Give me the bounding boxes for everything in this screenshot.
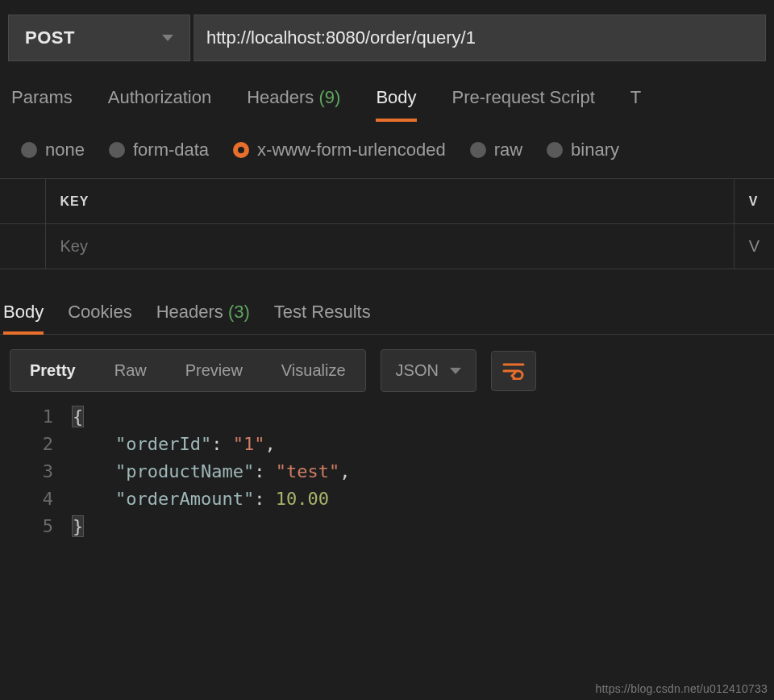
body-type-raw[interactable]: raw	[470, 140, 522, 160]
tab-params[interactable]: Params	[11, 87, 73, 121]
resp-tab-body[interactable]: Body	[3, 297, 44, 334]
view-mode-segment: Pretty Raw Preview Visualize	[10, 349, 366, 392]
view-raw-button[interactable]: Raw	[95, 350, 166, 391]
tab-authorization[interactable]: Authorization	[108, 87, 211, 121]
response-format-select[interactable]: JSON	[381, 349, 476, 392]
tab-body[interactable]: Body	[376, 87, 416, 121]
chevron-down-icon	[162, 35, 173, 41]
body-type-radios: none form-data x-www-form-urlencoded raw…	[0, 122, 774, 178]
response-tabs: Body Cookies Headers (3) Test Results	[0, 297, 774, 334]
response-toolbar: Pretty Raw Preview Visualize JSON	[0, 335, 774, 392]
line-number: 3	[0, 458, 73, 485]
kv-header-row: KEY V	[0, 179, 774, 224]
kv-header-key: KEY	[45, 179, 734, 224]
kv-table: KEY V V	[0, 178, 774, 269]
radio-label: x-www-form-urlencoded	[257, 140, 446, 160]
radio-label: form-data	[133, 140, 209, 160]
line-number: 1	[0, 403, 73, 431]
http-method-select[interactable]: POST	[8, 15, 190, 61]
view-visualize-button[interactable]: Visualize	[262, 350, 365, 391]
resp-tab-headers[interactable]: Headers (3)	[156, 297, 250, 334]
radio-icon	[233, 142, 249, 158]
tab-headers-label: Headers	[247, 87, 314, 107]
chevron-down-icon	[450, 368, 461, 374]
response-format-label: JSON	[396, 361, 439, 380]
radio-icon	[21, 142, 37, 158]
request-row: POST	[0, 0, 774, 61]
line-number: 2	[0, 431, 73, 458]
radio-label: raw	[494, 140, 522, 160]
kv-header-value-trail: V	[734, 179, 774, 224]
radio-label: none	[45, 140, 85, 160]
resp-tab-cookies[interactable]: Cookies	[68, 297, 131, 334]
view-preview-button[interactable]: Preview	[166, 350, 262, 391]
body-type-urlencoded[interactable]: x-www-form-urlencoded	[233, 140, 446, 160]
radio-label: binary	[571, 140, 619, 160]
body-type-none[interactable]: none	[21, 140, 85, 160]
kv-input-row: V	[0, 224, 774, 269]
wrap-lines-button[interactable]	[491, 351, 536, 391]
tab-headers[interactable]: Headers (9)	[247, 87, 340, 121]
resp-tab-test-results[interactable]: Test Results	[274, 297, 371, 334]
radio-icon	[109, 142, 125, 158]
tab-prerequest[interactable]: Pre-request Script	[452, 87, 595, 121]
tab-truncated: T	[630, 87, 641, 121]
line-number: 5	[0, 513, 73, 540]
body-type-binary[interactable]: binary	[547, 140, 619, 160]
url-input[interactable]	[194, 15, 766, 61]
resp-tab-headers-label: Headers	[156, 302, 223, 322]
resp-headers-count-badge: (3)	[228, 302, 250, 322]
http-method-label: POST	[25, 27, 75, 48]
radio-icon	[547, 142, 563, 158]
response-body-code[interactable]: 1 { 2 "orderId": "1", 3 "productName": "…	[0, 392, 774, 540]
view-pretty-button[interactable]: Pretty	[10, 350, 95, 391]
kv-row-handle[interactable]	[0, 224, 45, 269]
radio-icon	[470, 142, 486, 158]
kv-value-trail: V	[734, 224, 774, 269]
kv-key-input[interactable]	[60, 237, 719, 256]
wrap-icon	[502, 362, 525, 380]
body-type-form-data[interactable]: form-data	[109, 140, 209, 160]
watermark-text: https://blog.csdn.net/u012410733	[596, 682, 768, 695]
kv-corner-cell	[0, 179, 45, 224]
headers-count-badge: (9)	[319, 87, 341, 107]
request-tabs: Params Authorization Headers (9) Body Pr…	[0, 61, 774, 122]
line-number: 4	[0, 485, 73, 513]
